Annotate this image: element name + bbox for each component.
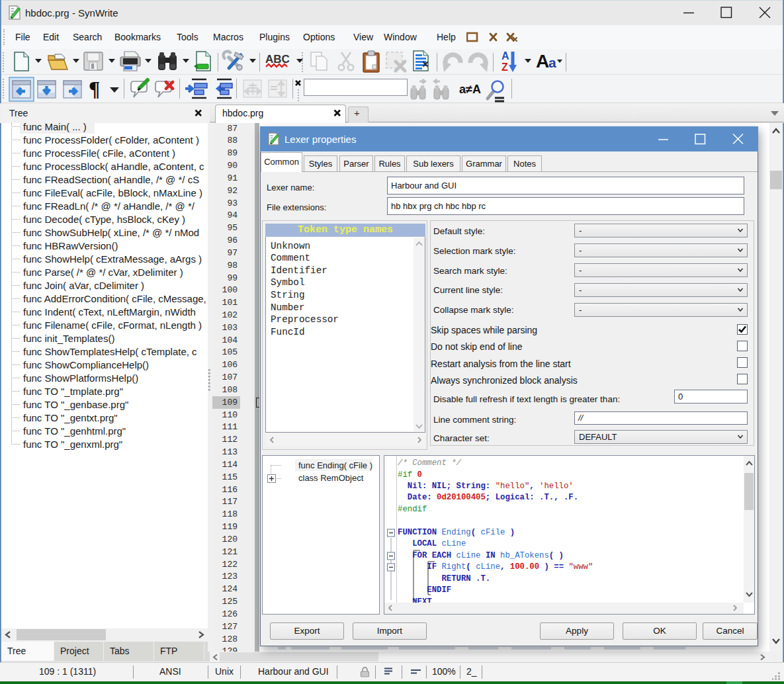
svg-text:Z: Z bbox=[501, 62, 508, 73]
svg-text:a: a bbox=[548, 55, 556, 70]
svg-text:A: A bbox=[501, 50, 509, 62]
svg-text:a≠A: a≠A bbox=[459, 83, 481, 96]
svg-text:¶: ¶ bbox=[89, 77, 100, 101]
svg-text:A: A bbox=[536, 51, 549, 71]
